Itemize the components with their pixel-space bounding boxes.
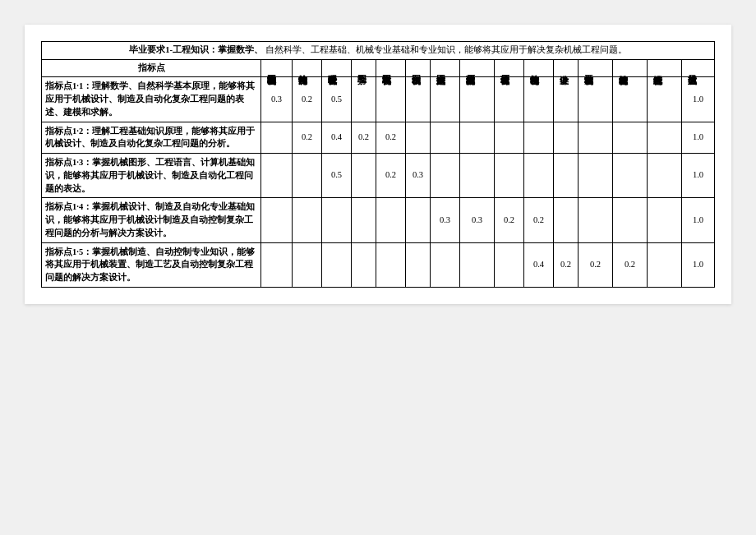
row-2-header: 指标点1·2：理解工程基础知识原理，能够将其应用于机械设计、制造及自动化复杂工程…	[42, 122, 261, 154]
r4-c11	[554, 198, 579, 242]
r3-c6: 0.3	[406, 154, 431, 198]
r3-c14	[648, 154, 682, 198]
r2-c1	[261, 122, 293, 154]
col-header-c3: 机械设计课程设计	[322, 59, 352, 77]
r3-c8	[460, 154, 495, 198]
r2-c6	[406, 122, 431, 154]
r1-c2: 0.2	[293, 77, 322, 122]
col-header-c9: 机械原理与设计	[495, 59, 524, 77]
r4-c4	[352, 198, 376, 242]
r2-c4: 0.2	[352, 122, 376, 154]
data-row-5: 指标点1·5：掌握机械制造、自动控制专业知识，能够将其应用于机械装置、制造工艺及…	[42, 242, 715, 287]
r5-c5	[376, 242, 406, 287]
r5-c1	[261, 242, 293, 287]
col-header-c8: 机械制造技术与原理	[460, 59, 495, 77]
r5-c11: 0.2	[554, 242, 579, 287]
r4-c9: 0.2	[495, 198, 524, 242]
r2-c7	[431, 122, 460, 154]
r1-c8	[460, 77, 495, 122]
r1-c13	[613, 77, 648, 122]
zhibiaodian-header: 指标点	[42, 59, 261, 77]
col-header-c4: 工程力学	[352, 59, 376, 77]
r1-c6	[406, 77, 431, 122]
r1-c1: 0.3	[261, 77, 293, 122]
col-header-c2: 流体传动与控制	[293, 59, 322, 77]
col-header-c13: 机械制造综合设计	[613, 59, 648, 77]
r5-c10: 0.4	[524, 242, 554, 287]
col-header-c10: 机电传动与控制	[524, 59, 554, 77]
r4-c2	[293, 198, 322, 242]
col-header-c7: 先进成图技术	[431, 59, 460, 77]
r2-c15: 1.0	[682, 122, 715, 154]
r5-c8	[460, 242, 495, 287]
r5-c12: 0.2	[579, 242, 613, 287]
r3-c9	[495, 154, 524, 198]
r4-c8: 0.3	[460, 198, 495, 242]
r3-c12	[579, 154, 613, 198]
r3-c13	[613, 154, 648, 198]
r1-c4	[352, 77, 376, 122]
col-header-c5: 机械工程材料	[376, 59, 406, 77]
col-header-c12: 机械制造工艺学	[579, 59, 613, 77]
r1-c9	[495, 77, 524, 122]
col-header-c11: 毕业设计	[554, 59, 579, 77]
row-1-header: 指标点1·1：理解数学、自然科学基本原理，能够将其应用于机械设计、制造及自动化复…	[42, 77, 261, 122]
title-row: 毕业要求1-工程知识：掌握数学、 自然科学、工程基础、机械专业基础和专业知识，能…	[42, 42, 715, 60]
col-header-c6: 机械制图	[406, 59, 431, 77]
col-header-c15: 达成度目标值	[682, 59, 715, 77]
row-3-header: 指标点1·3：掌握机械图形、工程语言、计算机基础知识，能够将其应用于机械设计、制…	[42, 154, 261, 198]
r3-c11	[554, 154, 579, 198]
r2-c11	[554, 122, 579, 154]
r3-c10	[524, 154, 554, 198]
r1-c5	[376, 77, 406, 122]
r2-c13	[613, 122, 648, 154]
r5-c7	[431, 242, 460, 287]
r4-c10: 0.2	[524, 198, 554, 242]
r3-c2	[293, 154, 322, 198]
data-row-1: 指标点1·1：理解数学、自然科学基本原理，能够将其应用于机械设计、制造及自动化复…	[42, 77, 715, 122]
r3-c4	[352, 154, 376, 198]
r2-c5: 0.2	[376, 122, 406, 154]
col-header-c14: 机电系统综合设计	[648, 59, 682, 77]
r5-c14	[648, 242, 682, 287]
r2-c10	[524, 122, 554, 154]
r2-c14	[648, 122, 682, 154]
r3-c15: 1.0	[682, 154, 715, 198]
r3-c3: 0.5	[322, 154, 352, 198]
r4-c3	[322, 198, 352, 242]
row-4-header: 指标点1·4：掌握机械设计、制造及自动化专业基础知识，能够将其应用于机械设计制造…	[42, 198, 261, 242]
r5-c4	[352, 242, 376, 287]
r1-c15: 1.0	[682, 77, 715, 122]
column-header-row: 指标点 机械工程控制基础 流体传动与控制 机械设计课程设计 工程力学 机械工程材…	[42, 59, 715, 77]
r4-c1	[261, 198, 293, 242]
r5-c6	[406, 242, 431, 287]
r4-c15: 1.0	[682, 198, 715, 242]
r3-c7	[431, 154, 460, 198]
r4-c6	[406, 198, 431, 242]
r4-c5	[376, 198, 406, 242]
r2-c12	[579, 122, 613, 154]
r1-c7	[431, 77, 460, 122]
r4-c7: 0.3	[431, 198, 460, 242]
page-container: 毕业要求1-工程知识：掌握数学、 自然科学、工程基础、机械专业基础和专业知识，能…	[25, 25, 731, 304]
r4-c14	[648, 198, 682, 242]
data-row-4: 指标点1·4：掌握机械设计、制造及自动化专业基础知识，能够将其应用于机械设计制造…	[42, 198, 715, 242]
data-row-2: 指标点1·2：理解工程基础知识原理，能够将其应用于机械设计、制造及自动化复杂工程…	[42, 122, 715, 154]
r1-c3: 0.5	[322, 77, 352, 122]
r5-c2	[293, 242, 322, 287]
r1-c12	[579, 77, 613, 122]
title-label: 毕业要求1-工程知识：掌握数学、	[129, 45, 263, 54]
title-content: 自然科学、工程基础、机械专业基础和专业知识，能够将其应用于解决复杂机械工程问题。	[265, 45, 627, 54]
data-row-3: 指标点1·3：掌握机械图形、工程语言、计算机基础知识，能够将其应用于机械设计、制…	[42, 154, 715, 198]
main-table: 毕业要求1-工程知识：掌握数学、 自然科学、工程基础、机械专业基础和专业知识，能…	[41, 41, 715, 288]
row-5-header: 指标点1·5：掌握机械制造、自动控制专业知识，能够将其应用于机械装置、制造工艺及…	[42, 242, 261, 287]
r2-c8	[460, 122, 495, 154]
r1-c14	[648, 77, 682, 122]
r2-c3: 0.4	[322, 122, 352, 154]
title-cell: 毕业要求1-工程知识：掌握数学、 自然科学、工程基础、机械专业基础和专业知识，能…	[42, 42, 715, 60]
r5-c13: 0.2	[613, 242, 648, 287]
r2-c2: 0.2	[293, 122, 322, 154]
r3-c5: 0.2	[376, 154, 406, 198]
r3-c1	[261, 154, 293, 198]
r5-c3	[322, 242, 352, 287]
